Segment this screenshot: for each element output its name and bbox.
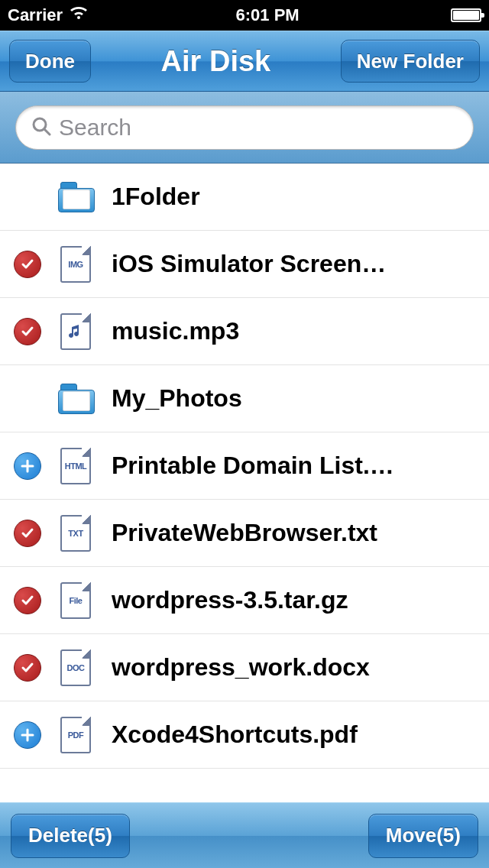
file-row[interactable]: IMGiOS Simulator Screen… bbox=[0, 231, 489, 298]
audio-file-icon bbox=[58, 314, 93, 349]
search-bar bbox=[0, 92, 489, 164]
page-title: Air Disk bbox=[161, 45, 271, 78]
file-row[interactable]: My_Photos bbox=[0, 365, 489, 432]
file-row[interactable]: PDFXcode4Shortcuts.pdf bbox=[0, 701, 489, 769]
search-input[interactable] bbox=[59, 115, 458, 141]
txt-file-icon: TXT bbox=[58, 516, 93, 551]
file-name-label: Xcode4Shortcuts.pdf bbox=[112, 721, 477, 749]
selected-checkmark-icon[interactable] bbox=[12, 585, 43, 616]
nav-bar: Done Air Disk New Folder bbox=[0, 31, 489, 92]
pdf-file-icon: PDF bbox=[58, 717, 93, 753]
search-field[interactable] bbox=[15, 105, 474, 150]
search-icon bbox=[31, 116, 51, 139]
file-name-label: wordpress-3.5.tar.gz bbox=[112, 586, 477, 614]
doc-file-icon: DOC bbox=[58, 650, 93, 685]
file-row[interactable]: DOCwordpress_work.docx bbox=[0, 634, 489, 701]
folder-icon bbox=[58, 180, 93, 215]
file-name-label: Printable Domain List.… bbox=[112, 452, 477, 480]
carrier-label: Carrier bbox=[8, 5, 63, 25]
file-name-label: iOS Simulator Screen… bbox=[112, 250, 477, 278]
svg-line-1 bbox=[44, 129, 50, 134]
done-button[interactable]: Done bbox=[9, 40, 91, 83]
selected-checkmark-icon[interactable] bbox=[12, 249, 43, 280]
add-plus-icon[interactable] bbox=[12, 451, 43, 481]
delete-button[interactable]: Delete(5) bbox=[11, 814, 130, 858]
img-file-icon: IMG bbox=[58, 247, 93, 282]
selected-checkmark-icon[interactable] bbox=[12, 316, 43, 347]
file-row[interactable]: TXTPrivateWebBrowser.txt bbox=[0, 500, 489, 567]
html-file-icon: HTML bbox=[58, 449, 93, 484]
new-folder-button[interactable]: New Folder bbox=[341, 40, 480, 83]
selected-checkmark-icon[interactable] bbox=[12, 518, 43, 549]
file-name-label: My_Photos bbox=[112, 384, 477, 413]
wifi-icon bbox=[69, 5, 89, 25]
file-row[interactable]: HTMLPrintable Domain List.… bbox=[0, 432, 489, 500]
file-name-label: PrivateWebBrowser.txt bbox=[112, 519, 477, 547]
move-button[interactable]: Move(5) bbox=[368, 814, 478, 858]
battery-icon bbox=[451, 8, 481, 22]
file-name-label: music.mp3 bbox=[112, 317, 477, 345]
add-plus-icon[interactable] bbox=[12, 720, 43, 750]
file-file-icon: File bbox=[58, 583, 93, 618]
selected-checkmark-icon[interactable] bbox=[12, 653, 43, 683]
file-list: 1FolderIMGiOS Simulator Screen…music.mp3… bbox=[0, 164, 489, 769]
file-name-label: 1Folder bbox=[112, 183, 477, 211]
status-time: 6:01 PM bbox=[89, 5, 446, 25]
file-row[interactable]: Filewordpress-3.5.tar.gz bbox=[0, 567, 489, 634]
status-bar: Carrier 6:01 PM bbox=[0, 0, 489, 31]
file-row[interactable]: music.mp3 bbox=[0, 298, 489, 365]
file-row[interactable]: 1Folder bbox=[0, 164, 489, 231]
bottom-toolbar: Delete(5) Move(5) bbox=[0, 802, 489, 868]
file-name-label: wordpress_work.docx bbox=[112, 653, 477, 682]
folder-icon bbox=[58, 381, 93, 416]
